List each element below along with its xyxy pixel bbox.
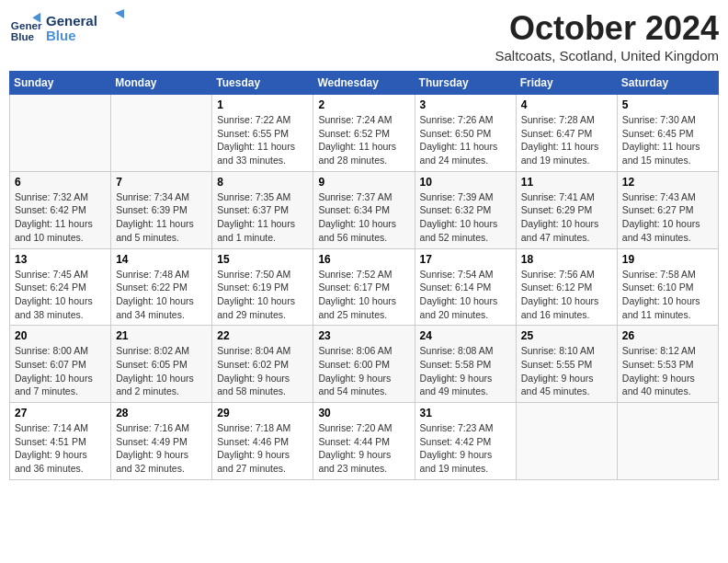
day-info: Sunrise: 7:54 AM Sunset: 6:14 PM Dayligh… [420, 268, 511, 322]
day-number: 10 [420, 176, 511, 189]
day-info: Sunrise: 8:00 AM Sunset: 6:07 PM Dayligh… [15, 344, 106, 398]
day-number: 9 [318, 176, 409, 189]
calendar-week-row: 27Sunrise: 7:14 AM Sunset: 4:51 PM Dayli… [10, 403, 719, 480]
day-number: 15 [217, 253, 308, 266]
logo-icon: General Blue [9, 11, 42, 44]
day-number: 19 [622, 253, 713, 266]
day-info: Sunrise: 7:34 AM Sunset: 6:39 PM Dayligh… [116, 190, 207, 245]
day-info: Sunrise: 8:08 AM Sunset: 5:58 PM Dayligh… [420, 344, 511, 398]
calendar-cell: 1Sunrise: 7:22 AM Sunset: 6:55 PM Daylig… [212, 95, 313, 172]
day-info: Sunrise: 7:30 AM Sunset: 6:45 PM Dayligh… [622, 113, 713, 167]
calendar-cell: 25Sunrise: 8:10 AM Sunset: 5:55 PM Dayli… [516, 326, 617, 403]
weekday-header: Friday [516, 72, 617, 95]
calendar-cell: 6Sunrise: 7:32 AM Sunset: 6:42 PM Daylig… [10, 171, 111, 248]
svg-text:General: General [11, 19, 42, 31]
day-info: Sunrise: 7:14 AM Sunset: 4:51 PM Dayligh… [15, 421, 106, 476]
day-number: 23 [318, 329, 409, 342]
header-row: SundayMondayTuesdayWednesdayThursdayFrid… [10, 72, 719, 95]
calendar-week-row: 13Sunrise: 7:45 AM Sunset: 6:24 PM Dayli… [10, 248, 719, 326]
day-number: 28 [116, 407, 207, 419]
month-title: October 2024 [495, 9, 719, 48]
day-number: 29 [217, 407, 308, 419]
title-block: October 2024 Saltcoats, Scotland, United… [495, 9, 719, 63]
day-number: 16 [318, 253, 409, 266]
day-info: Sunrise: 8:04 AM Sunset: 6:02 PM Dayligh… [217, 344, 308, 398]
day-number: 27 [15, 407, 106, 419]
day-info: Sunrise: 7:45 AM Sunset: 6:24 PM Dayligh… [15, 268, 106, 322]
day-number: 26 [622, 329, 713, 342]
weekday-header: Tuesday [212, 72, 313, 95]
day-number: 5 [622, 98, 713, 111]
day-number: 11 [521, 176, 612, 189]
day-info: Sunrise: 7:37 AM Sunset: 6:34 PM Dayligh… [318, 190, 409, 245]
weekday-header: Thursday [415, 72, 516, 95]
day-number: 17 [420, 253, 511, 266]
calendar-cell: 15Sunrise: 7:50 AM Sunset: 6:19 PM Dayli… [212, 248, 313, 326]
day-info: Sunrise: 7:22 AM Sunset: 6:55 PM Dayligh… [217, 113, 308, 167]
calendar-cell: 20Sunrise: 8:00 AM Sunset: 6:07 PM Dayli… [10, 326, 111, 403]
calendar-cell: 4Sunrise: 7:28 AM Sunset: 6:47 PM Daylig… [516, 95, 617, 172]
calendar-cell: 23Sunrise: 8:06 AM Sunset: 6:00 PM Dayli… [313, 326, 415, 403]
day-number: 21 [116, 329, 207, 342]
calendar-cell: 12Sunrise: 7:43 AM Sunset: 6:27 PM Dayli… [617, 171, 718, 248]
calendar-cell [617, 403, 718, 480]
day-number: 12 [622, 176, 713, 189]
page-header: General Blue General Blue October 2024 S… [9, 9, 719, 63]
logo-svg: General Blue [46, 9, 129, 46]
calendar-cell [111, 95, 212, 172]
calendar-cell: 26Sunrise: 8:12 AM Sunset: 5:53 PM Dayli… [617, 326, 718, 403]
calendar-week-row: 20Sunrise: 8:00 AM Sunset: 6:07 PM Dayli… [10, 326, 719, 403]
day-number: 4 [521, 98, 612, 111]
day-info: Sunrise: 7:18 AM Sunset: 4:46 PM Dayligh… [217, 421, 308, 476]
calendar-cell: 27Sunrise: 7:14 AM Sunset: 4:51 PM Dayli… [10, 403, 111, 480]
day-info: Sunrise: 7:41 AM Sunset: 6:29 PM Dayligh… [521, 190, 612, 245]
day-number: 24 [420, 329, 511, 342]
day-info: Sunrise: 7:35 AM Sunset: 6:37 PM Dayligh… [217, 190, 308, 245]
day-info: Sunrise: 8:10 AM Sunset: 5:55 PM Dayligh… [521, 344, 612, 398]
day-number: 7 [116, 176, 207, 189]
day-info: Sunrise: 7:48 AM Sunset: 6:22 PM Dayligh… [116, 268, 207, 322]
calendar-cell: 21Sunrise: 8:02 AM Sunset: 6:05 PM Dayli… [111, 326, 212, 403]
day-info: Sunrise: 7:20 AM Sunset: 4:44 PM Dayligh… [318, 421, 409, 476]
calendar-cell: 31Sunrise: 7:23 AM Sunset: 4:42 PM Dayli… [415, 403, 516, 480]
day-info: Sunrise: 7:39 AM Sunset: 6:32 PM Dayligh… [420, 190, 511, 245]
svg-marker-4 [115, 9, 124, 18]
day-number: 3 [420, 98, 511, 111]
weekday-header: Monday [111, 72, 212, 95]
svg-text:Blue: Blue [46, 28, 76, 43]
calendar-cell: 13Sunrise: 7:45 AM Sunset: 6:24 PM Dayli… [10, 248, 111, 326]
calendar-cell [10, 95, 111, 172]
day-info: Sunrise: 7:58 AM Sunset: 6:10 PM Dayligh… [622, 268, 713, 322]
calendar-cell: 22Sunrise: 8:04 AM Sunset: 6:02 PM Dayli… [212, 326, 313, 403]
weekday-header: Saturday [617, 72, 718, 95]
calendar-week-row: 1Sunrise: 7:22 AM Sunset: 6:55 PM Daylig… [10, 95, 719, 172]
calendar-cell: 16Sunrise: 7:52 AM Sunset: 6:17 PM Dayli… [313, 248, 415, 326]
weekday-header: Wednesday [313, 72, 415, 95]
calendar-week-row: 6Sunrise: 7:32 AM Sunset: 6:42 PM Daylig… [10, 171, 719, 248]
day-info: Sunrise: 8:12 AM Sunset: 5:53 PM Dayligh… [622, 344, 713, 398]
day-number: 13 [15, 253, 106, 266]
day-info: Sunrise: 7:23 AM Sunset: 4:42 PM Dayligh… [420, 421, 511, 476]
day-number: 20 [15, 329, 106, 342]
calendar-cell: 30Sunrise: 7:20 AM Sunset: 4:44 PM Dayli… [313, 403, 415, 480]
logo: General Blue General Blue [9, 9, 129, 46]
weekday-header: Sunday [10, 72, 111, 95]
day-info: Sunrise: 8:02 AM Sunset: 6:05 PM Dayligh… [116, 344, 207, 398]
calendar-cell: 17Sunrise: 7:54 AM Sunset: 6:14 PM Dayli… [415, 248, 516, 326]
day-info: Sunrise: 7:16 AM Sunset: 4:49 PM Dayligh… [116, 421, 207, 476]
day-info: Sunrise: 7:24 AM Sunset: 6:52 PM Dayligh… [318, 113, 409, 167]
calendar-cell: 10Sunrise: 7:39 AM Sunset: 6:32 PM Dayli… [415, 171, 516, 248]
calendar-cell: 7Sunrise: 7:34 AM Sunset: 6:39 PM Daylig… [111, 171, 212, 248]
svg-text:General: General [46, 13, 97, 29]
day-number: 31 [420, 407, 511, 419]
day-number: 22 [217, 329, 308, 342]
calendar-table: SundayMondayTuesdayWednesdayThursdayFrid… [9, 71, 719, 480]
calendar-cell: 8Sunrise: 7:35 AM Sunset: 6:37 PM Daylig… [212, 171, 313, 248]
day-info: Sunrise: 7:50 AM Sunset: 6:19 PM Dayligh… [217, 268, 308, 322]
day-number: 8 [217, 176, 308, 189]
day-number: 30 [318, 407, 409, 419]
day-info: Sunrise: 7:43 AM Sunset: 6:27 PM Dayligh… [622, 190, 713, 245]
calendar-cell [516, 403, 617, 480]
location: Saltcoats, Scotland, United Kingdom [495, 48, 719, 63]
calendar-cell: 24Sunrise: 8:08 AM Sunset: 5:58 PM Dayli… [415, 326, 516, 403]
